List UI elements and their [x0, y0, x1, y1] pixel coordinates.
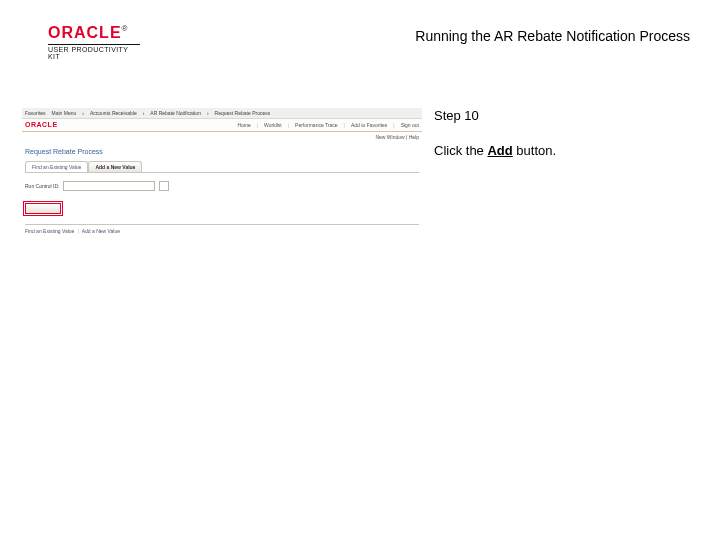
link-perf-trace[interactable]: Performance Trace	[295, 122, 338, 128]
tab-strip: Find an Existing Value Add a New Value	[25, 161, 419, 172]
instruction-pre: Click the	[434, 143, 487, 158]
tab-add-new[interactable]: Add a New Value	[88, 161, 142, 172]
footer-link-add[interactable]: Add a New Value	[82, 228, 120, 234]
brand-word: ORACLE	[48, 24, 122, 41]
crumb-item[interactable]: Favorites	[25, 110, 46, 116]
breadcrumb: Favorites Main Menu › Accounts Receivabl…	[22, 108, 422, 119]
link-add-fav[interactable]: Add to Favorites	[351, 122, 387, 128]
link-sign-out[interactable]: Sign out	[401, 122, 419, 128]
run-control-input[interactable]	[63, 181, 155, 191]
trademark-symbol: ®	[122, 24, 128, 33]
crumb-item[interactable]: AR Rebate Notification	[150, 110, 201, 116]
app-screenshot: Favorites Main Menu › Accounts Receivabl…	[22, 108, 422, 248]
app-bar: ORACLE Home| Worklist| Performance Trace…	[22, 119, 422, 132]
tab-find-existing[interactable]: Find an Existing Value	[25, 161, 88, 172]
run-control-label: Run Control ID:	[25, 183, 59, 189]
app-links: Home| Worklist| Performance Trace| Add t…	[237, 122, 419, 128]
link-home[interactable]: Home	[237, 122, 250, 128]
crumb-item[interactable]: Accounts Receivable	[90, 110, 137, 116]
step-label: Step 10	[434, 108, 694, 123]
add-button[interactable]	[25, 203, 61, 214]
footer-tab-links: Find an Existing Value | Add a New Value	[22, 225, 422, 237]
lookup-icon[interactable]	[159, 181, 169, 191]
app-logo: ORACLE	[25, 121, 58, 129]
instruction-bold: Add	[487, 143, 512, 158]
instruction-post: button.	[513, 143, 556, 158]
instruction-panel: Step 10 Click the Add button.	[434, 108, 694, 158]
instruction-text: Click the Add button.	[434, 143, 694, 158]
link-worklist[interactable]: Worklist	[264, 122, 282, 128]
component-title: Request Rebate Process	[22, 142, 422, 160]
brand-subtitle: USER PRODUCTIVITY KIT	[48, 44, 140, 60]
page-title: Running the AR Rebate Notification Proce…	[415, 28, 690, 44]
footer-link-find[interactable]: Find an Existing Value	[25, 228, 74, 234]
brand-block: ORACLE® USER PRODUCTIVITY KIT	[48, 24, 140, 60]
crumb-item[interactable]: Main Menu	[52, 110, 77, 116]
crumb-item[interactable]: Request Rebate Process	[215, 110, 271, 116]
window-meta[interactable]: New Window | Help	[22, 132, 422, 142]
run-control-row: Run Control ID:	[22, 173, 422, 195]
